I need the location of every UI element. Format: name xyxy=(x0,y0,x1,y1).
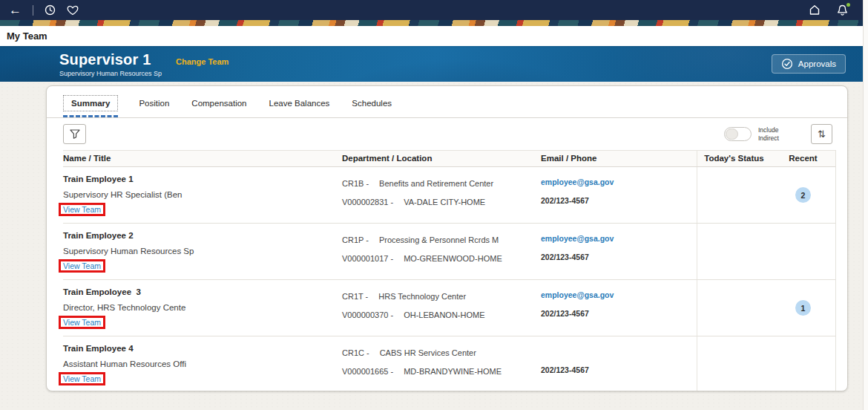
table-row: Train Employee 1 Supervisory HR Speciali… xyxy=(63,167,835,224)
home-icon[interactable] xyxy=(809,4,821,16)
email-placeholder xyxy=(541,347,697,357)
include-indirect-toggle[interactable] xyxy=(724,127,752,141)
notifications-bell-icon[interactable] xyxy=(837,4,848,16)
recent-history-clock-icon[interactable] xyxy=(45,4,56,16)
topbar-left-group: ← xyxy=(9,4,79,16)
tab-leave-balances[interactable]: Leave Balances xyxy=(268,95,332,117)
supervisor-job-title: Supervisory Human Resources Sp xyxy=(59,70,162,77)
table-header-row: Name / Title Department / Location Email… xyxy=(63,150,835,167)
topbar-right-group xyxy=(809,4,848,16)
page-title: My Team xyxy=(7,30,47,42)
my-team-card: Summary Position Compensation Leave Bala… xyxy=(46,85,848,391)
view-team-link[interactable]: View Team xyxy=(63,261,101,270)
phone-number: 202/123-4567 xyxy=(541,196,697,205)
view-team-link[interactable]: View Team xyxy=(63,205,101,214)
header-name-title: Name / Title xyxy=(63,151,342,166)
todays-status-cell xyxy=(697,280,771,336)
decorative-mosaic-strip xyxy=(0,20,868,26)
supervisor-banner: Supervisor 1 Supervisory Human Resources… xyxy=(0,46,868,82)
team-table: Name / Title Department / Location Email… xyxy=(63,150,836,391)
position-code: V000001017 - xyxy=(342,254,393,263)
dept-code: CR1B - xyxy=(342,179,369,188)
dept-code: CR1C - xyxy=(342,348,369,357)
filter-button[interactable] xyxy=(63,124,86,144)
view-team-link[interactable]: View Team xyxy=(63,374,101,383)
list-toolbar: Include Indirect ⇅ xyxy=(47,118,847,149)
tab-compensation[interactable]: Compensation xyxy=(190,95,248,117)
page-title-bar: My Team xyxy=(0,26,868,46)
employee-name: Train Employee 2 xyxy=(63,231,333,240)
header-recent: Recent xyxy=(771,151,835,166)
table-row: Train Empoloyee 3 Director, HRS Technolo… xyxy=(63,280,835,336)
include-indirect-label: Include Indirect xyxy=(758,126,785,142)
toggle-knob xyxy=(726,128,738,140)
back-icon[interactable]: ← xyxy=(9,4,22,16)
position-code: V000002831 - xyxy=(342,198,393,206)
position-code: V000000370 - xyxy=(342,310,393,319)
employee-name: Train Empoloyee 3 xyxy=(63,287,333,296)
recent-cell xyxy=(771,336,835,391)
sort-arrows-icon: ⇅ xyxy=(818,128,826,140)
topbar-divider xyxy=(33,5,33,16)
supervisor-info: Supervisor 1 Supervisory Human Resources… xyxy=(59,51,162,77)
dept-name: HRS Technology Center xyxy=(378,292,466,301)
todays-status-cell xyxy=(697,224,771,279)
tab-bar: Summary Position Compensation Leave Bala… xyxy=(47,86,847,118)
tab-position[interactable]: Position xyxy=(137,95,171,117)
favorites-heart-icon[interactable] xyxy=(67,5,79,16)
dept-name: Benefits and Retirement Center xyxy=(379,179,493,188)
header-email-phone: Email / Phone xyxy=(541,151,697,166)
table-row: Train Employee 4 Assistant Human Resourc… xyxy=(63,336,835,391)
recent-count-badge: 1 xyxy=(795,300,811,316)
approvals-label: Approvals xyxy=(798,59,836,68)
employee-title: Supervisory Human Resources Sp xyxy=(63,247,333,256)
recent-cell: 1 xyxy=(771,280,835,336)
location: MO-GREENWOOD-HOME xyxy=(404,254,502,263)
annotation-highlight-box: View Team xyxy=(59,316,105,329)
notification-dot xyxy=(846,3,850,7)
annotation-highlight-box: View Team xyxy=(59,259,105,273)
app-screen: ← My Team Supervisor 1 Superv xyxy=(0,0,868,410)
employee-title: Supervisory HR Specialist (Ben xyxy=(63,190,333,199)
toolbar-right-group: Include Indirect ⇅ xyxy=(724,124,832,144)
employee-title: Director, HRS Technology Cente xyxy=(63,303,333,312)
email-link[interactable]: employee@gsa.gov xyxy=(541,178,697,187)
email-link[interactable]: employee@gsa.gov xyxy=(541,234,697,244)
dept-code: CR1P - xyxy=(342,235,369,244)
employee-title: Assistant Human Resources Offi xyxy=(63,359,333,368)
employee-name: Train Employee 1 xyxy=(63,175,333,183)
recent-cell: 2 xyxy=(771,167,835,223)
phone-number: 202/123-4567 xyxy=(541,253,697,261)
header-todays-status: Today's Status xyxy=(697,151,771,166)
employee-name: Train Employee 4 xyxy=(63,344,333,353)
dept-code: CR1T - xyxy=(342,292,368,301)
approvals-button[interactable]: Approvals xyxy=(772,54,846,74)
scrollbar[interactable] xyxy=(863,0,868,410)
phone-number: 202/123-4567 xyxy=(541,365,697,374)
email-link[interactable]: employee@gsa.gov xyxy=(541,290,697,300)
recent-count-badge: 2 xyxy=(795,187,811,203)
dept-name: CABS HR Services Center xyxy=(380,348,476,357)
supervisor-name: Supervisor 1 xyxy=(59,51,162,68)
table-row: Train Employee 2 Supervisory Human Resou… xyxy=(63,224,835,280)
location: OH-LEBANON-HOME xyxy=(404,310,484,319)
location: MD-BRANDYWINE-HOME xyxy=(404,367,502,376)
header-department-location: Department / Location xyxy=(342,151,541,166)
todays-status-cell xyxy=(697,167,771,223)
sort-button[interactable]: ⇅ xyxy=(811,124,832,144)
funnel-icon xyxy=(70,129,80,139)
phone-number: 202/123-4567 xyxy=(541,309,697,318)
todays-status-cell xyxy=(697,336,771,391)
position-code: V000001665 - xyxy=(342,367,393,376)
annotation-highlight-box: View Team xyxy=(59,203,105,216)
view-team-link[interactable]: View Team xyxy=(63,318,101,327)
dept-name: Processing & Personnel Rcrds M xyxy=(379,235,499,244)
annotation-highlight-box: View Team xyxy=(59,372,105,385)
change-team-link[interactable]: Change Team xyxy=(176,57,228,66)
tab-summary[interactable]: Summary xyxy=(63,95,118,117)
approvals-check-icon xyxy=(781,58,793,70)
top-chrome-bar: ← xyxy=(0,0,863,20)
location: VA-DALE CITY-HOME xyxy=(404,198,485,206)
recent-cell xyxy=(771,224,835,279)
tab-schedules[interactable]: Schedules xyxy=(350,95,393,117)
